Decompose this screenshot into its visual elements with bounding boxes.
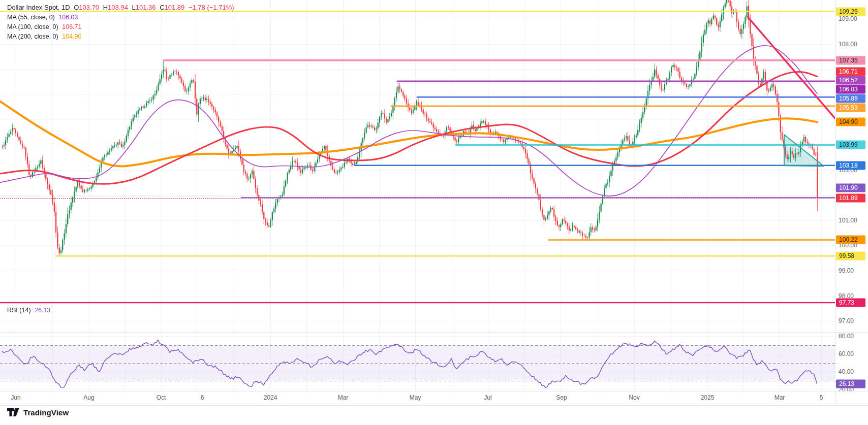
- ma100-label: MA (100, close, 0): [7, 23, 58, 30]
- price-level-label-106.03: 106.03: [836, 85, 865, 94]
- price-level-label-103.18: 103.18: [836, 161, 865, 170]
- tradingview-logo-icon[interactable]: [7, 408, 20, 417]
- ma100-legend-row[interactable]: MA (100, close, 0) 106.71: [7, 22, 234, 31]
- symbol-title: Dollar Index Spot, 1D: [7, 4, 70, 11]
- price-axis-tick: 101.00: [839, 217, 868, 224]
- ma55-legend-row[interactable]: MA (55, close, 0) 106.03: [7, 13, 234, 22]
- price-level-label-99.58: 99.58: [836, 252, 865, 260]
- time-axis-label-Mar: Mar: [774, 394, 785, 401]
- ohlc-open: O103.70: [74, 4, 99, 11]
- price-axis-tick: 109.00: [839, 15, 868, 22]
- time-axis-label-Jun: Jun: [11, 394, 20, 401]
- price-level-label-103.99: 103.99: [836, 141, 865, 149]
- price-level-label-105.53: 105.53: [836, 104, 865, 112]
- time-axis-label-May: May: [410, 394, 421, 401]
- time-axis-label-Nov: Nov: [629, 394, 639, 401]
- tradingview-logo-text[interactable]: TradingView: [23, 408, 69, 417]
- price-level-label-106.52: 106.52: [836, 76, 865, 85]
- time-axis-label-5: 5: [820, 394, 823, 401]
- rsi-value: 26.13: [35, 307, 50, 314]
- ma55-label: MA (55, close, 0): [7, 14, 55, 21]
- price-axis-tick: 108.00: [839, 41, 868, 48]
- symbol-legend-row[interactable]: Dollar Index Spot, 1D O103.70 H103.94 L1…: [7, 3, 234, 12]
- price-level-label-101.90: 101.90: [836, 184, 865, 192]
- price-level-label-104.90: 104.90: [836, 118, 865, 126]
- ohlc-high: H103.94: [103, 4, 128, 11]
- price-level-label-101.89: 101.89: [836, 193, 865, 202]
- ma200-legend-row[interactable]: MA (200, close, 0) 104.90: [7, 32, 234, 41]
- chart-legend: Dollar Index Spot, 1D O103.70 H103.94 L1…: [7, 3, 234, 42]
- price-level-label-106.71: 106.71: [836, 67, 865, 76]
- time-axis-label-Oct: Oct: [157, 394, 166, 401]
- price-level-label-100.22: 100.22: [836, 236, 865, 244]
- tradingview-chart-widget: { "colors":{"background":"#ffffff","grid…: [0, 0, 868, 425]
- ma55-value: 106.03: [58, 14, 78, 21]
- rsi-axis-tick: 80.00: [839, 333, 868, 340]
- price-level-label-97.73: 97.73: [836, 298, 865, 307]
- price-level-label-109.29: 109.29: [836, 7, 865, 16]
- price-level-label-105.89: 105.89: [836, 94, 865, 103]
- time-axis-label-Mar: Mar: [338, 394, 349, 401]
- rsi-axis-tick: 60.00: [839, 350, 868, 357]
- price-axis-border: [835, 0, 835, 405]
- axis-separator: [0, 391, 868, 391]
- pane-separator[interactable]: [0, 332, 868, 333]
- widget-bottom-border: [0, 405, 868, 406]
- ma200-label: MA (200, close, 0): [7, 33, 58, 40]
- footer: TradingView: [7, 408, 69, 417]
- change-value: −1.78 (−1.71%): [189, 4, 234, 11]
- rsi-label: RSI (14): [7, 307, 31, 314]
- rsi-value-label: 26.13: [836, 380, 865, 388]
- time-axis-label-6: 6: [201, 394, 204, 401]
- ma200-value: 104.90: [62, 33, 81, 40]
- time-axis-label-2025: 2025: [701, 394, 715, 401]
- rsi-legend[interactable]: RSI (14) 26.13: [7, 307, 50, 314]
- price-axis-tick: 99.00: [839, 267, 868, 274]
- ohlc-close: C101.89: [160, 4, 184, 11]
- rsi-axis-tick: 40.00: [839, 368, 868, 375]
- price-level-label-107.35: 107.35: [836, 56, 865, 64]
- time-axis-label-2024: 2024: [264, 394, 277, 401]
- ma100-value: 106.71: [62, 23, 81, 30]
- ohlc-low: L101.36: [132, 4, 156, 11]
- time-axis-label-Jul: Jul: [484, 394, 491, 401]
- time-axis-label-Sep: Sep: [556, 394, 567, 401]
- time-axis-label-Aug: Aug: [83, 394, 94, 401]
- price-axis-tick: 97.00: [839, 317, 868, 324]
